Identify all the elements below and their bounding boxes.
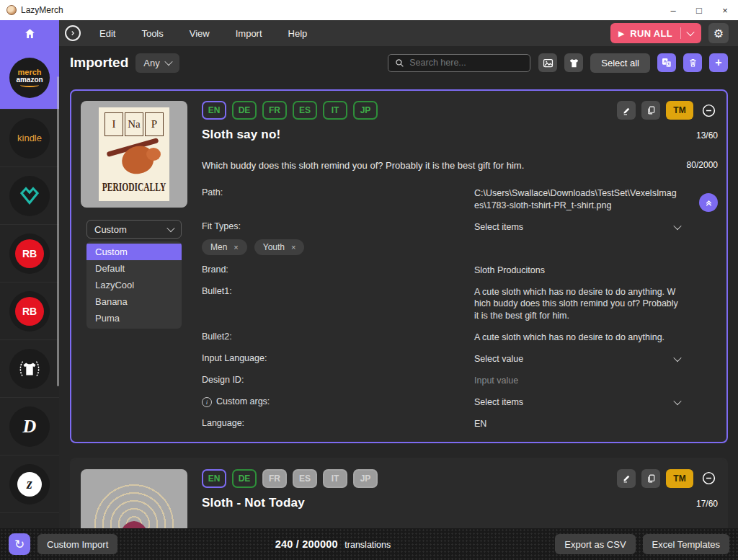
- filter-value: Any: [143, 58, 159, 68]
- language-value[interactable]: EN: [474, 418, 486, 430]
- double-chevron-up-icon: [704, 198, 713, 208]
- design-thumbnail[interactable]: [81, 469, 187, 529]
- collapse-card-button[interactable]: [699, 101, 718, 120]
- delete-button[interactable]: [683, 53, 702, 72]
- template-option-custom[interactable]: Custom: [86, 244, 182, 260]
- lang-tab-en[interactable]: EN: [202, 469, 226, 488]
- list-header: Imported Any: [59, 46, 738, 79]
- path-value[interactable]: C:\Users\Swallace\Downloads\TestSet\Vexe…: [474, 187, 680, 212]
- lang-tab-fr[interactable]: FR: [262, 101, 287, 120]
- design-id-input[interactable]: Input value: [474, 375, 518, 387]
- description-char-counter: 80/2000: [687, 160, 718, 171]
- template-option-default[interactable]: Default: [86, 260, 182, 277]
- duplicate-button[interactable]: [641, 469, 660, 488]
- lang-tab-es[interactable]: ES: [293, 101, 317, 120]
- product-title[interactable]: Sloth - Not Today: [202, 496, 305, 510]
- sidebar-item-redbubble-2[interactable]: RB: [0, 283, 59, 340]
- translate-icon: A: [661, 57, 672, 68]
- export-csv-button[interactable]: Export as CSV: [555, 534, 635, 554]
- sidebar-item-kindle[interactable]: kindle: [0, 110, 59, 167]
- close-icon[interactable]: ×: [291, 243, 295, 252]
- sloth-illustration: [99, 136, 169, 177]
- sidebar-item-teepublic[interactable]: [0, 340, 59, 398]
- menu-edit[interactable]: Edit: [99, 28, 115, 39]
- collapse-menu-button[interactable]: [65, 25, 81, 41]
- edit-button[interactable]: [617, 101, 636, 120]
- app-logo-icon: [6, 5, 17, 15]
- field-row-brand: Brand: Sloth Producitons: [202, 265, 718, 277]
- displate-icon: D: [23, 416, 37, 437]
- lang-tab-en[interactable]: EN: [202, 101, 226, 120]
- chevron-down-icon[interactable]: [673, 222, 681, 230]
- element-box: P: [145, 112, 164, 136]
- menu-import[interactable]: Import: [236, 28, 262, 39]
- plus-icon: +: [715, 56, 721, 69]
- lang-tab-jp[interactable]: JP: [353, 101, 378, 120]
- custom-import-button[interactable]: Custom Import: [37, 534, 117, 554]
- run-all-button[interactable]: ▶ RUN ALL: [610, 23, 701, 43]
- product-description[interactable]: Which buddy does this sloth remind you o…: [202, 160, 524, 171]
- trademark-check-button[interactable]: TM: [666, 101, 693, 120]
- image-view-button[interactable]: [538, 53, 557, 72]
- menu-help[interactable]: Help: [288, 28, 308, 39]
- brand-value[interactable]: Sloth Producitons: [474, 265, 545, 277]
- maximize-button[interactable]: □: [686, 0, 712, 20]
- sidebar-item-displate[interactable]: D: [0, 398, 59, 455]
- add-button[interactable]: +: [709, 53, 728, 72]
- scroll-to-top-button[interactable]: [699, 193, 718, 212]
- lang-tab-de[interactable]: DE: [232, 469, 257, 488]
- minimize-button[interactable]: –: [660, 0, 686, 20]
- edit-button[interactable]: [617, 469, 636, 488]
- tshirt-icon: [569, 58, 579, 68]
- custom-args-select[interactable]: Select items: [474, 396, 523, 409]
- sync-button[interactable]: ↻: [9, 533, 30, 555]
- sidebar-item-merch-by-amazon[interactable]: merch amazon: [0, 46, 59, 110]
- template-option-banana[interactable]: Banana: [86, 293, 182, 310]
- zazzle-icon: z: [17, 472, 42, 497]
- sidebar-scrollbar[interactable]: [57, 76, 59, 386]
- run-all-divider: [680, 27, 681, 39]
- menu-view[interactable]: View: [190, 28, 210, 39]
- excel-templates-button[interactable]: Excel Templates: [643, 534, 729, 554]
- template-option-puma[interactable]: Puma: [86, 310, 182, 326]
- search-box[interactable]: [388, 54, 530, 72]
- sidebar-item-redbubble-1[interactable]: RB: [0, 225, 59, 283]
- product-card-sloth-not-today: EN DE FR ES IT JP: [70, 458, 728, 529]
- sidebar-item-zazzle[interactable]: z: [0, 455, 59, 513]
- lang-tab-it[interactable]: IT: [323, 101, 347, 120]
- search-input[interactable]: [409, 58, 523, 68]
- copy-icon: [646, 105, 656, 115]
- shirt-view-button[interactable]: [564, 53, 583, 72]
- bullet2-value[interactable]: A cute sloth which has no desire to do a…: [474, 332, 664, 344]
- fit-types-select[interactable]: Select items: [474, 221, 523, 234]
- translate-button[interactable]: A: [657, 53, 676, 72]
- home-button[interactable]: [0, 20, 59, 46]
- sidebar-item-teespring[interactable]: [0, 167, 59, 225]
- chevron-down-icon[interactable]: [673, 354, 681, 362]
- design-thumbnail[interactable]: I Na P PERIODICALLY: [81, 101, 187, 208]
- chevron-down-icon[interactable]: [673, 397, 681, 405]
- filter-dropdown[interactable]: Any: [135, 53, 179, 73]
- duplicate-button[interactable]: [641, 101, 660, 120]
- select-all-button[interactable]: Select all: [590, 53, 650, 73]
- close-button[interactable]: ×: [712, 0, 738, 20]
- lang-tab-es: ES: [293, 469, 317, 488]
- template-select[interactable]: Custom: [86, 220, 182, 239]
- chip-youth[interactable]: Youth ×: [254, 239, 305, 255]
- fit-type-chips: Men × Youth ×: [202, 239, 718, 255]
- redbubble-icon: RB: [15, 297, 44, 326]
- trademark-check-button[interactable]: TM: [666, 469, 693, 488]
- page-title: Imported: [70, 55, 128, 71]
- copy-icon: [646, 474, 656, 484]
- bullet1-value[interactable]: A cute sloth which has no desire to do a…: [474, 286, 680, 323]
- chevron-down-icon[interactable]: [686, 28, 694, 36]
- collapse-card-button[interactable]: [699, 469, 718, 488]
- template-option-lazycool[interactable]: LazyCool: [86, 277, 182, 293]
- input-language-select[interactable]: Select value: [474, 353, 523, 365]
- close-icon[interactable]: ×: [234, 243, 238, 252]
- menu-tools[interactable]: Tools: [141, 28, 163, 39]
- settings-button[interactable]: ⚙: [708, 23, 729, 43]
- product-title[interactable]: Sloth say no!: [202, 128, 280, 142]
- chip-men[interactable]: Men ×: [202, 239, 247, 255]
- lang-tab-de[interactable]: DE: [232, 101, 257, 120]
